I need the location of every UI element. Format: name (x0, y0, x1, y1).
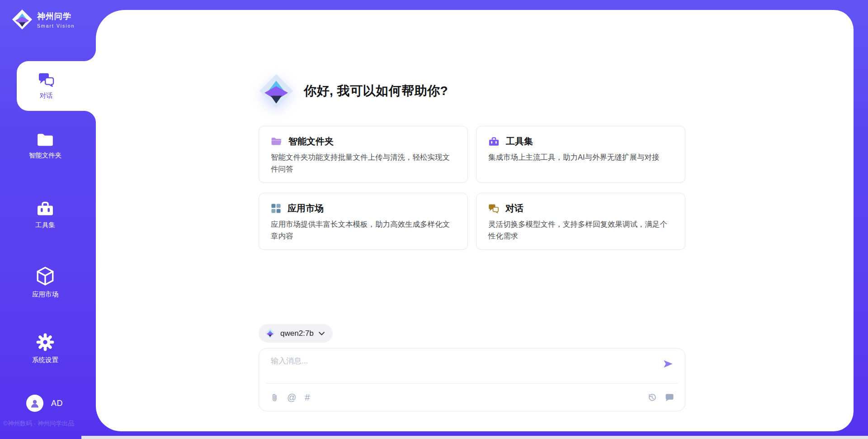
chevron-down-icon (319, 332, 325, 335)
gear-icon (36, 333, 55, 352)
sidebar-item-label: 系统设置 (32, 356, 58, 364)
sidebar-item-label: 对话 (40, 91, 53, 100)
brand: 神州问学 Smart Vision (12, 9, 75, 30)
send-icon (662, 358, 674, 370)
main-panel: 你好, 我可以如何帮助你? 智能文件夹 智能文件夹功能支持批量文件上传与清洗，轻… (96, 10, 854, 431)
model-name: qwen2:7b (280, 329, 314, 338)
feature-card-smart-folder[interactable]: 智能文件夹 智能文件夹功能支持批量文件上传与清洗，轻松实现文件问答 (259, 126, 468, 183)
hero: 你好, 我可以如何帮助你? (259, 73, 448, 109)
folder-open-icon (271, 137, 282, 146)
sidebar-item-app-market[interactable]: 应用市场 (0, 266, 90, 299)
feature-card-chat[interactable]: 对话 灵活切换多模型文件，支持多样回复效果调试，满足个性化需求 (476, 193, 685, 250)
user-profile[interactable]: AD (26, 395, 63, 412)
card-title: 对话 (505, 202, 524, 215)
cube-icon (36, 266, 55, 286)
window-bottom-edge (81, 436, 868, 439)
chat-bubbles-icon (488, 204, 499, 214)
message-input[interactable] (271, 356, 660, 379)
avatar (26, 395, 43, 412)
card-description: 应用市场提供丰富长文本模板，助力高效生成多样化文章内容 (271, 219, 456, 242)
hash-icon: # (305, 393, 310, 402)
sidebar-item-smart-folders[interactable]: 智能文件夹 (0, 132, 90, 160)
topic-button[interactable]: # (305, 393, 310, 402)
folder-icon (37, 132, 54, 147)
model-selector[interactable]: qwen2:7b (259, 324, 333, 343)
copyright-text: ©神州数码 · 神州问学出品 (3, 420, 103, 428)
chat-bubble-icon (665, 393, 674, 401)
sidebar-item-chat[interactable]: 对话 (17, 61, 96, 111)
card-title: 应用市场 (288, 202, 324, 215)
feature-card-app-market[interactable]: 应用市场 应用市场提供丰富长文本模板，助力高效生成多样化文章内容 (259, 193, 468, 250)
card-description: 智能文件夹功能支持批量文件上传与清洗，轻松实现文件问答 (271, 152, 456, 175)
sidebar-item-toolset[interactable]: 工具集 (0, 201, 90, 229)
feedback-button[interactable] (665, 393, 674, 401)
card-title: 工具集 (506, 135, 533, 148)
send-button[interactable] (660, 357, 676, 372)
attach-button[interactable] (271, 392, 278, 403)
paperclip-icon (271, 392, 278, 403)
feature-cards: 智能文件夹 智能文件夹功能支持批量文件上传与清洗，轻松实现文件问答 工具集 集成… (259, 126, 685, 250)
card-description: 集成市场上主流工具，助力AI与外界无缝扩展与对接 (488, 152, 673, 163)
card-title: 智能文件夹 (288, 135, 334, 148)
greeting-title: 你好, 我可以如何帮助你? (304, 82, 448, 100)
brand-logo-icon (12, 9, 33, 30)
person-icon (29, 398, 40, 408)
brand-name: 神州问学 (37, 11, 75, 22)
sidebar-item-settings[interactable]: 系统设置 (0, 333, 90, 364)
brand-tagline: Smart Vision (37, 23, 75, 29)
card-description: 灵活切换多模型文件，支持多样回复效果调试，满足个性化需求 (488, 219, 673, 242)
at-icon: @ (287, 393, 296, 402)
sidebar-item-label: 应用市场 (32, 290, 58, 299)
user-name: AD (51, 399, 63, 408)
message-composer: @ # (259, 348, 685, 411)
toolbox-icon (488, 137, 500, 147)
feature-card-toolset[interactable]: 工具集 集成市场上主流工具，助力AI与外界无缝扩展与对接 (476, 126, 685, 183)
app-grid-icon (271, 203, 281, 214)
chat-bubbles-icon (38, 72, 55, 87)
history-icon (647, 393, 657, 402)
mention-button[interactable]: @ (287, 393, 296, 402)
toolbox-icon (36, 201, 54, 217)
model-logo-icon (265, 328, 275, 339)
history-button[interactable] (647, 393, 657, 402)
sidebar-item-label: 智能文件夹 (29, 151, 62, 160)
hero-logo-icon (259, 73, 294, 109)
app-root: 神州问学 Smart Vision 对话 智能文件夹 工具集 (0, 0, 868, 439)
sidebar-item-label: 工具集 (35, 221, 55, 229)
